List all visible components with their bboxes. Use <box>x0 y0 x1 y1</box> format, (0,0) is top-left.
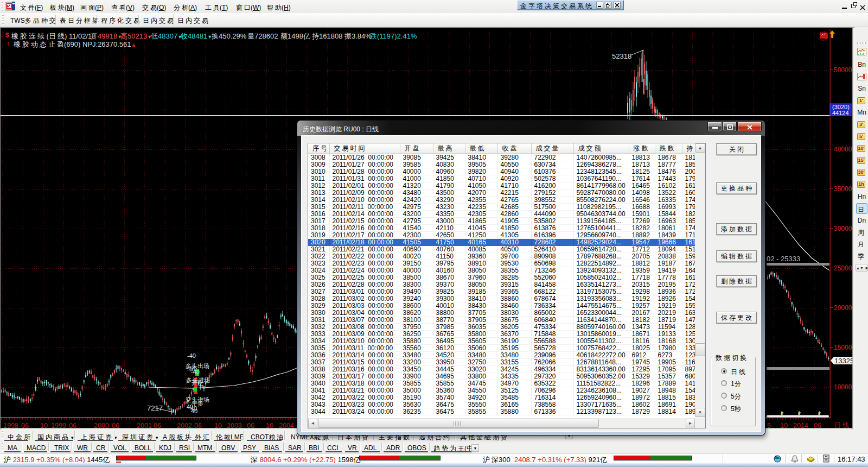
svg-text:15000: 15000 <box>834 344 852 351</box>
svg-text:44124: 44124 <box>832 110 849 116</box>
svg-text:25000: 25000 <box>834 264 852 272</box>
svg-text:50000: 50000 <box>834 66 852 74</box>
svg-text:35000: 35000 <box>834 185 852 193</box>
svg-text:10000: 10000 <box>834 383 852 391</box>
svg-text:开空: 开空 <box>192 380 203 386</box>
svg-text:02 - 25333: 02 - 25333 <box>767 255 800 263</box>
svg-text:40000: 40000 <box>834 146 852 153</box>
svg-text:20000: 20000 <box>834 304 852 312</box>
svg-text:30000: 30000 <box>834 225 852 232</box>
svg-text:-40: -40 <box>191 369 200 375</box>
svg-text:40: 40 <box>191 408 197 414</box>
svg-text:日线: 日线 <box>834 421 851 429</box>
svg-text:13325: 13325 <box>834 357 854 365</box>
svg-text:-40: -40 <box>187 352 196 359</box>
svg-text:52318: 52318 <box>612 52 631 60</box>
